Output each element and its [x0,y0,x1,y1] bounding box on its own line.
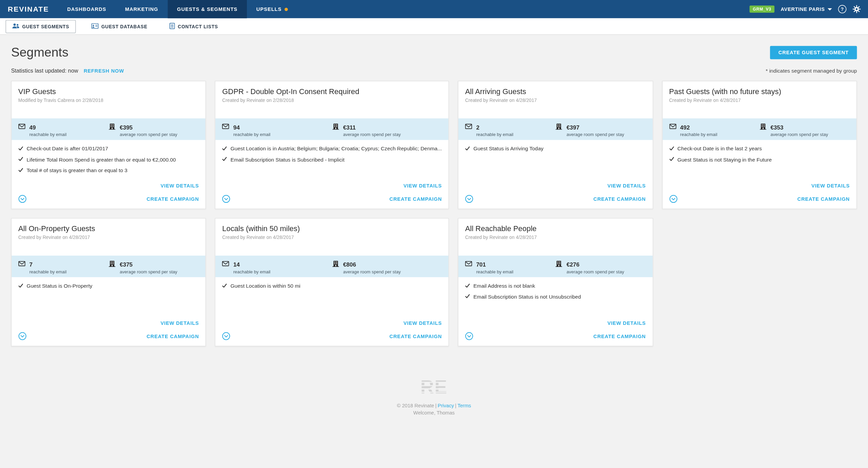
criteria-item: Guest Status is not Staying in the Futur… [669,156,850,163]
envelope-icon [465,259,472,269]
segment-card-actions: VIEW DETAILS CREATE CAMPAIGN [458,183,652,209]
check-icon [18,146,24,152]
email-count: 49 [29,124,36,131]
building-icon [760,122,767,132]
avg-spend-value: €395 [120,124,133,131]
reachable-by-email-stat: 7 reachable by email [18,259,109,274]
criteria-item: Lifetime Total Room Spend is greater tha… [18,156,199,163]
segment-title: Past Guests (with no future stays) [669,87,850,95]
segment-title: Locals (within 50 miles) [222,225,442,233]
segment-card-actions: VIEW DETAILS CREATE CAMPAIGN [12,320,206,346]
criteria-item: Email Subscription Status is Subscribed … [222,156,442,163]
segment-card-actions: VIEW DETAILS CREATE CAMPAIGN [458,320,652,346]
email-count-label: reachable by email [233,269,270,274]
segment-criteria-list: Email Address is not blank Email Subscri… [458,283,652,320]
subnav-item-contact-lists[interactable]: CONTACT LISTS [163,19,224,33]
criteria-text: Guest Status is On-Property [27,283,92,289]
create-campaign-link[interactable]: CREATE CAMPAIGN [389,196,442,201]
criteria-text: Check-out Date is after 01/01/2017 [27,146,108,152]
subnav-item-label: GUEST SEGMENTS [22,24,69,29]
people-icon [12,23,19,29]
create-campaign-link[interactable]: CREATE CAMPAIGN [147,196,199,201]
tab-upsells[interactable]: UPSELLS [247,0,297,18]
chevron-down-circle-icon[interactable] [669,195,677,203]
view-details-link[interactable]: VIEW DETAILS [465,183,646,188]
segment-card: All Reachable People Created by Revinate… [458,218,653,347]
avg-spend-label: average room spend per stay [343,132,401,137]
revinate-logo[interactable]: REVINATE [0,0,58,18]
create-campaign-link[interactable]: CREATE CAMPAIGN [593,196,646,201]
view-details-link[interactable]: VIEW DETAILS [222,320,442,326]
reachable-by-email-stat: 14 reachable by email [222,259,332,274]
reachable-by-email-stat: 2 reachable by email [465,122,556,137]
segment-criteria-list: Guest Location is in Austria; Belgium; B… [216,146,448,183]
footer-links: © 2018 Revinate|Privacy|Terms [0,403,868,408]
chevron-down-circle-icon[interactable] [18,332,27,340]
criteria-item: Check-out Date is after 01/01/2017 [18,146,199,152]
check-icon [465,283,470,289]
segment-card-header: All Arriving Guests Created by Revinate … [458,81,652,119]
view-details-link[interactable]: VIEW DETAILS [18,183,199,188]
segment-criteria-list: Check-out Date is in the last 2 years Gu… [662,146,856,183]
revinate-footer-logo: RE [421,376,448,398]
create-campaign-link[interactable]: CREATE CAMPAIGN [147,333,199,339]
criteria-text: Guest Status is Arriving Today [473,146,543,152]
criteria-text: Total # of stays is greater than or equa… [27,167,128,173]
refresh-now-link[interactable]: REFRESH NOW [84,68,124,73]
chevron-down-circle-icon[interactable] [465,195,473,203]
copyright-text: © 2018 Revinate [397,403,434,408]
segment-title: All Arriving Guests [465,87,646,95]
check-icon [222,283,227,289]
upsells-notification-dot-icon [284,7,288,11]
tab-upsells-label: UPSELLS [256,6,282,12]
chevron-down-circle-icon[interactable] [222,195,231,203]
account-menu[interactable]: AVERTINE PARIS [781,6,832,12]
chevron-down-circle-icon[interactable] [222,332,231,340]
help-icon[interactable]: ? [838,5,846,13]
envelope-icon [222,122,230,132]
email-count-label: reachable by email [233,132,270,137]
segment-card: Locals (within 50 miles) Created by Revi… [215,218,449,347]
view-details-link[interactable]: VIEW DETAILS [222,183,442,188]
subnav-item-guest-segments[interactable]: GUEST SEGMENTS [5,20,76,33]
tab-marketing[interactable]: MARKETING [116,0,167,18]
avg-spend-label: average room spend per stay [120,132,177,137]
group-managed-note: * indicates segment managed by group [766,67,857,74]
create-campaign-link[interactable]: CREATE CAMPAIGN [389,333,442,339]
footer-separator: | [435,403,437,408]
stats-updated-text: Statistics last updated: now [11,67,78,74]
tab-guests-and-segments[interactable]: GUESTS & SEGMENTS [167,0,247,18]
create-campaign-link[interactable]: CREATE CAMPAIGN [797,196,850,201]
create-campaign-link[interactable]: CREATE CAMPAIGN [593,333,646,339]
segment-card: All Arriving Guests Created by Revinate … [458,81,653,209]
create-guest-segment-button[interactable]: CREATE GUEST SEGMENT [770,46,857,59]
avg-spend-stat: €806 average room spend per stay [332,259,442,274]
avg-spend-stat: €353 average room spend per stay [760,122,850,137]
segment-stats-band: 49 reachable by email [12,118,206,140]
view-details-link[interactable]: VIEW DETAILS [465,320,646,326]
privacy-link[interactable]: Privacy [438,403,454,408]
chevron-down-circle-icon[interactable] [18,195,27,203]
avg-spend-value: €806 [343,261,356,268]
building-icon [108,259,116,269]
segment-subtitle: Created by Revinate on 4/28/2017 [465,97,646,103]
subnav-item-guest-database[interactable]: GUEST DATABASE [85,20,154,33]
segment-card-bottom-row: CREATE CAMPAIGN [222,195,442,203]
view-details-link[interactable]: VIEW DETAILS [18,320,199,326]
avg-spend-label: average room spend per stay [770,132,828,137]
criteria-text: Guest Location is within 50 mi [231,283,300,289]
view-details-link[interactable]: VIEW DETAILS [669,183,850,188]
envelope-icon [18,259,26,269]
page-footer: RE © 2018 Revinate|Privacy|Terms Welcome… [0,346,868,432]
check-icon [18,283,24,289]
email-count: 2 [476,124,479,131]
tab-dashboards[interactable]: DASHBOARDS [58,0,116,18]
chevron-down-circle-icon[interactable] [465,332,473,340]
terms-link[interactable]: Terms [457,403,471,408]
email-count-label: reachable by email [680,132,717,137]
avg-spend-value: €276 [567,261,579,268]
segment-card-header: All On-Property Guests Created by Revina… [12,218,206,256]
gear-icon[interactable] [853,5,861,13]
building-icon [556,259,563,269]
secondary-navbar: GUEST SEGMENTS GUEST DATABASE [0,18,868,35]
